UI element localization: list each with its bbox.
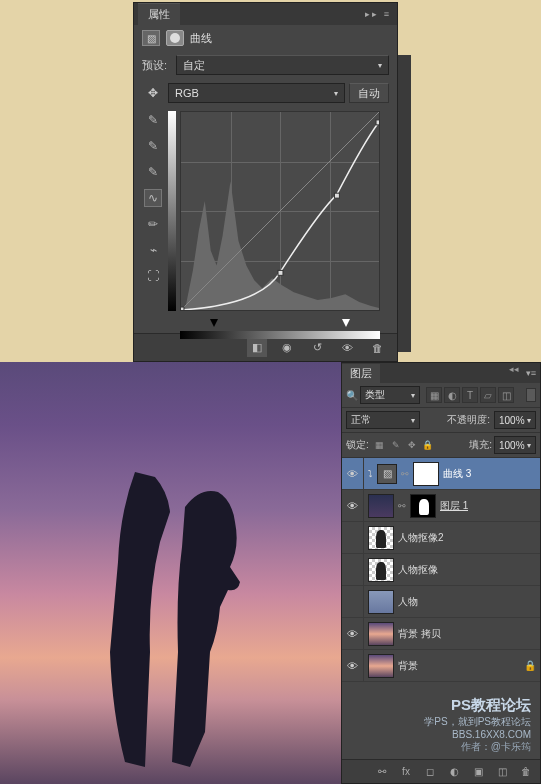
panel-tab-strip: 属性 ▸▸ ≡ xyxy=(134,3,397,25)
layer-name[interactable]: 人物抠像 xyxy=(398,563,438,577)
clip-to-layer-icon[interactable]: ◧ xyxy=(247,339,267,357)
channel-dropdown[interactable]: RGB ▾ xyxy=(168,83,345,103)
lock-transparency-icon[interactable]: ▦ xyxy=(373,438,387,452)
auto-button[interactable]: 自动 xyxy=(349,83,389,103)
lock-all-icon[interactable]: 🔒 xyxy=(421,438,435,452)
preset-dropdown[interactable]: 自定 ▾ xyxy=(176,55,389,75)
target-adjust-icon[interactable]: ✥ xyxy=(142,83,164,103)
collapse-icon[interactable]: ◂◂ xyxy=(509,364,519,374)
filter-shape-icon[interactable]: ▱ xyxy=(480,387,496,403)
new-layer-icon[interactable]: ◫ xyxy=(494,764,510,780)
curves-thumb-icon: ▨ xyxy=(377,464,397,484)
artwork-silhouette xyxy=(90,452,270,772)
link-icon: ⚯ xyxy=(398,501,406,511)
layer-row-cutout[interactable]: 人物抠像 xyxy=(342,554,540,586)
add-mask-icon[interactable]: ◻ xyxy=(422,764,438,780)
layer-name[interactable]: 背景 xyxy=(398,659,418,673)
curves-graph[interactable] xyxy=(180,111,380,311)
layer-thumb[interactable] xyxy=(368,654,394,678)
visibility-toggle[interactable]: 👁 xyxy=(342,490,364,521)
mask-view-icon[interactable] xyxy=(166,30,184,46)
curves-adjustment-icon: ▨ xyxy=(142,30,160,46)
watermark: PS教程论坛 学PS，就到PS教程论坛 BBS.16XX8.COM 作者：@卡乐… xyxy=(424,696,531,754)
filter-toggle[interactable] xyxy=(526,388,536,402)
layer-name[interactable]: 图层 1 xyxy=(440,499,468,513)
smooth-curve-icon[interactable]: ⌁ xyxy=(144,241,162,259)
layer-name[interactable]: 人物 xyxy=(398,595,418,609)
opacity-input[interactable]: 100%▾ xyxy=(494,411,536,429)
pencil-edit-icon[interactable]: ✏ xyxy=(144,215,162,233)
layer-mask-thumb[interactable] xyxy=(410,494,436,518)
black-point-slider[interactable] xyxy=(210,319,218,327)
scrollbar[interactable] xyxy=(398,55,411,352)
visibility-toggle[interactable]: 👁 xyxy=(342,458,364,489)
delete-icon[interactable]: 🗑 xyxy=(367,339,387,357)
clip-indicator-icon: ⤵ xyxy=(368,469,373,479)
layer-thumb[interactable] xyxy=(368,526,394,550)
visibility-toggle[interactable] xyxy=(342,554,364,585)
properties-tab[interactable]: 属性 xyxy=(138,3,180,25)
fill-input[interactable]: 100%▾ xyxy=(494,436,536,454)
filter-text-icon[interactable]: T xyxy=(462,387,478,403)
layer-row-person[interactable]: 人物 xyxy=(342,586,540,618)
new-group-icon[interactable]: ▣ xyxy=(470,764,486,780)
histogram-toggle-icon[interactable]: ⛶ xyxy=(144,267,162,285)
panel-menu-icon[interactable]: ▾≡ xyxy=(526,368,540,378)
layer-row-cutout2[interactable]: 人物抠像2 xyxy=(342,522,540,554)
blend-mode-row: 正常▾ 不透明度: 100%▾ xyxy=(342,408,540,433)
svg-rect-3 xyxy=(278,270,283,275)
layer-row-bg[interactable]: 👁 背景 🔒 xyxy=(342,650,540,682)
layer-thumb[interactable] xyxy=(368,494,394,518)
link-icon: ⚯ xyxy=(401,469,409,479)
bottom-area: ◂◂ 图层 ▾≡ 🔍 类型▾ ▦ ◐ T ▱ ◫ 正常▾ 不透明度: xyxy=(0,362,541,784)
layer-row-curves3[interactable]: 👁 ⤵ ▨ ⚯ 曲线 3 xyxy=(342,458,540,490)
layers-tab[interactable]: 图层 xyxy=(342,364,380,383)
fx-icon[interactable]: fx xyxy=(398,764,414,780)
visibility-toggle[interactable]: 👁 xyxy=(342,618,364,649)
layer-name[interactable]: 背景 拷贝 xyxy=(398,627,441,641)
visibility-icon[interactable]: 👁 xyxy=(337,339,357,357)
layer-thumb[interactable] xyxy=(368,622,394,646)
blend-mode-dropdown[interactable]: 正常▾ xyxy=(346,411,420,429)
lock-pixels-icon[interactable]: ✎ xyxy=(389,438,403,452)
chevron-down-icon: ▾ xyxy=(334,89,338,98)
curve-path xyxy=(181,112,379,310)
layer-thumb[interactable] xyxy=(368,590,394,614)
preset-row: 预设: 自定 ▾ xyxy=(134,51,397,79)
lock-position-icon[interactable]: ✥ xyxy=(405,438,419,452)
curve-edit-icon[interactable]: ∿ xyxy=(144,189,162,207)
layer-thumb[interactable] xyxy=(368,558,394,582)
curves-body: ✎ ✎ ✎ ∿ ✏ ⌁ ⛶ xyxy=(134,107,397,333)
delete-layer-icon[interactable]: 🗑 xyxy=(518,764,534,780)
visibility-toggle[interactable] xyxy=(342,522,364,553)
layer-name[interactable]: 人物抠像2 xyxy=(398,531,444,545)
input-gradient xyxy=(180,331,380,339)
new-adjustment-icon[interactable]: ◐ xyxy=(446,764,462,780)
layer-mask-thumb[interactable] xyxy=(413,462,439,486)
search-icon[interactable]: 🔍 xyxy=(346,390,358,401)
layer-name[interactable]: 曲线 3 xyxy=(443,467,471,481)
layer-filter-row: 🔍 类型▾ ▦ ◐ T ▱ ◫ xyxy=(342,383,540,408)
visibility-toggle[interactable] xyxy=(342,586,364,617)
filter-smart-icon[interactable]: ◫ xyxy=(498,387,514,403)
visibility-toggle[interactable]: 👁 xyxy=(342,650,364,681)
canvas-preview xyxy=(0,362,341,784)
filter-pixel-icon[interactable]: ▦ xyxy=(426,387,442,403)
layer-row-layer1[interactable]: 👁 ⚯ 图层 1 xyxy=(342,490,540,522)
panel-collapse-icon[interactable]: ▸▸ ≡ xyxy=(365,9,397,19)
filter-adjustment-icon[interactable]: ◐ xyxy=(444,387,460,403)
view-previous-icon[interactable]: ◉ xyxy=(277,339,297,357)
eyedropper-black-icon[interactable]: ✎ xyxy=(144,111,162,129)
eyedropper-gray-icon[interactable]: ✎ xyxy=(144,137,162,155)
filter-type-dropdown[interactable]: 类型▾ xyxy=(360,386,420,404)
channel-row: ✥ RGB ▾ 自动 xyxy=(134,79,397,107)
layer-row-bgcopy[interactable]: 👁 背景 拷贝 xyxy=(342,618,540,650)
reset-icon[interactable]: ↺ xyxy=(307,339,327,357)
eyedropper-white-icon[interactable]: ✎ xyxy=(144,163,162,181)
white-point-slider[interactable] xyxy=(342,319,350,327)
adjustment-type-row: ▨ 曲线 xyxy=(134,25,397,51)
svg-rect-4 xyxy=(334,193,339,198)
layers-panel: ◂◂ 图层 ▾≡ 🔍 类型▾ ▦ ◐ T ▱ ◫ 正常▾ 不透明度: xyxy=(341,362,541,784)
link-layers-icon[interactable]: ⚯ xyxy=(374,764,390,780)
output-gradient xyxy=(168,111,176,311)
